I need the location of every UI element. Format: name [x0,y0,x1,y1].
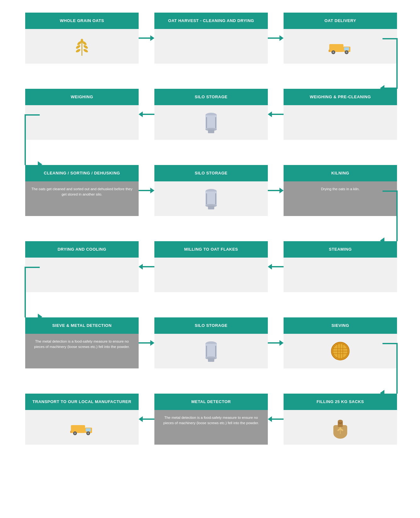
kilning-text: Drying the oats in a kiln. [321,186,360,192]
kilning-title: KILNING [284,165,397,181]
drying-cooling-content [25,258,139,292]
arrow-line [268,190,280,191]
row-2-cells: WEIGHING SILO STORAGE [25,89,397,140]
svg-rect-15 [329,50,330,52]
row-1-cells: WHOLE GRAIN OATS [25,13,397,64]
kilning-content: Drying the oats in a kiln. [284,181,397,216]
vert-left-2 [25,140,40,165]
row-3-cells: CLEANING / SORTING / DEHUSKING The oats … [25,165,397,216]
arrow-head [279,340,284,346]
milling-box: MILLING TO OAT FLAKES [154,241,268,292]
oat-harvest-title: OAT HARVEST - CLEANING AND DRYING [154,13,268,29]
whole-grain-oats-title: WHOLE GRAIN OATS [25,13,139,29]
row-4-cells: DRYING AND COOLING MILLING TO OAT FLAKES [25,241,397,292]
steaming-box: STEAMING [284,241,397,292]
arrow-head [268,111,272,117]
arrow-head [139,264,143,270]
sieving-title: SIEVING [284,317,397,334]
metal-detector-box: METAL DETECTOR The metal detection is a … [154,394,268,445]
vert-right-1 [383,64,398,89]
cleaning-sorting-text: The oats get cleaned and sorted out and … [30,186,134,197]
svg-rect-29 [205,344,217,358]
filling-sacks-content [284,410,397,445]
spacer-3-4 [25,216,397,241]
svg-point-5 [83,44,89,49]
vert-right-5 [383,368,398,394]
svg-point-58 [339,427,341,430]
steaming-title: STEAMING [284,241,397,258]
row-5-cells: SIEVE & METAL DETECTION The metal detect… [25,317,397,368]
sieve-metal-box: SIEVE & METAL DETECTION The metal detect… [25,317,139,368]
arrow-5-2-3 [268,317,284,368]
drying-cooling-box: DRYING AND COOLING [25,241,139,292]
svg-rect-27 [215,193,216,204]
svg-rect-32 [206,346,207,357]
arrow-head [139,416,143,422]
row-6-cells: TRANSPORT TO OUR LOCAL MANUFACTURER [25,394,397,445]
bag-icon [330,416,351,439]
svg-point-6 [83,48,89,53]
sieve-icon [329,340,351,362]
oat-delivery-content [284,29,397,64]
svg-rect-26 [206,193,207,204]
svg-rect-25 [208,206,214,209]
svg-rect-20 [206,117,207,128]
silo-storage-3-title: SILO STORAGE [154,317,268,334]
silo-storage-2-box: SILO STORAGE [154,165,268,216]
cleaning-sorting-title: CLEANING / SORTING / DEHUSKING [25,165,139,181]
svg-rect-33 [215,346,216,357]
drying-cooling-title: DRYING AND COOLING [25,241,139,258]
arrow-line [272,114,284,115]
silo-icon [202,111,221,134]
arrow-line [142,114,154,115]
filling-sacks-box: FILLING 25 KG SACKS [284,394,397,445]
cleaning-sorting-box: CLEANING / SORTING / DEHUSKING The oats … [25,165,139,216]
row-5: SIEVE & METAL DETECTION The metal detect… [25,317,397,368]
svg-point-12 [332,51,334,53]
arrow-r6-3-2 [268,394,284,445]
svg-rect-31 [208,358,214,362]
sieving-content [284,334,397,368]
silo-storage-3-content [154,334,268,368]
steaming-content [284,258,397,292]
truck-icon [328,38,353,55]
weighing-box: WEIGHING [25,89,139,140]
arrow-2-3 [268,13,284,64]
arrow-r6-2-1 [139,394,154,445]
arrow-head [139,111,143,117]
svg-rect-45 [86,428,91,431]
weighing-precleaning-title: WEIGHING & PRE-CLEANING [284,89,397,105]
metal-detector-title: METAL DETECTOR [154,394,268,410]
svg-rect-8 [329,44,343,52]
row-2: WEIGHING SILO STORAGE [25,89,397,140]
svg-point-49 [87,432,89,434]
silo-storage-1-title: SILO STORAGE [154,89,268,105]
arrow-5-1-2 [139,317,154,368]
svg-point-7 [81,39,83,43]
row-1: WHOLE GRAIN OATS [25,13,397,64]
arrow-r4-2-1 [139,241,154,292]
arrow-r2-2-1 [139,89,154,140]
silo-storage-3-box: SILO STORAGE [154,317,268,368]
silo-storage-1-box: SILO STORAGE [154,89,268,140]
arrow-head [279,35,284,41]
svg-point-2 [75,44,81,49]
oat-delivery-box: OAT DELIVERY [284,13,397,64]
row-4: DRYING AND COOLING MILLING TO OAT FLAKES [25,241,397,292]
spacer-5-6 [25,368,397,394]
kilning-box: KILNING Drying the oats in a kiln. [284,165,397,216]
whole-grain-oats-box: WHOLE GRAIN OATS [25,13,139,64]
arrow-3-2-3 [268,165,284,216]
arrow-line [139,342,151,344]
oat-harvest-box: OAT HARVEST - CLEANING AND DRYING [154,13,268,64]
arrow-line [272,266,284,267]
silo-storage-2-content [154,181,268,216]
spacer-4-5 [25,292,397,317]
filling-sacks-title: FILLING 25 KG SACKS [284,394,397,410]
silo-icon-3 [202,339,221,363]
arrow-line [142,418,154,420]
arrow-1-2 [139,13,154,64]
whole-grain-oats-content [25,29,139,64]
arrow-head [279,188,284,193]
cleaning-sorting-content: The oats get cleaned and sorted out and … [25,181,139,216]
